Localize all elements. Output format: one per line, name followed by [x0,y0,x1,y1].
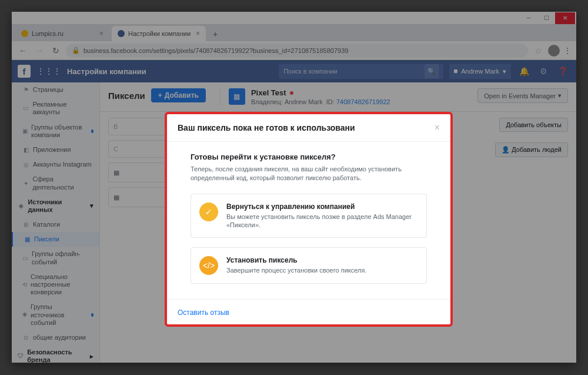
modal-subtitle: Теперь, после создания пикселя, на ваш с… [191,165,427,183]
code-icon: </> [199,256,218,275]
option-title: Установить пиксель [226,256,366,264]
browser-window: ─ ☐ ✕ Lumpics.ru × Настройки компании × … [12,12,576,363]
modal-footer: Оставить отзыв [167,299,450,324]
modal-title: Ваш пиксель пока не готов к использовани [178,123,355,132]
pixel-setup-modal: Ваш пиксель пока не готов к использовани… [165,112,453,327]
modal-prompt: Готовы перейти к установке пикселя? [191,152,427,161]
leave-feedback-link[interactable]: Оставить отзыв [178,308,229,317]
option-description: Завершите процесс установки своего пиксе… [226,266,366,274]
checkmark-icon: ✓ [199,203,218,221]
modal-close-button[interactable]: × [435,122,440,133]
modal-body: Готовы перейти к установке пикселя? Тепе… [167,142,450,299]
option-install-pixel[interactable]: </> Установить пиксель Завершите процесс… [191,247,427,284]
option-description: Вы можете установить пиксель позже в раз… [226,213,418,230]
modal-header: Ваш пиксель пока не готов к использовани… [167,114,450,142]
option-return-to-management[interactable]: ✓ Вернуться к управлению компанией Вы мо… [191,194,427,238]
option-title: Вернуться к управлению компанией [226,203,418,211]
